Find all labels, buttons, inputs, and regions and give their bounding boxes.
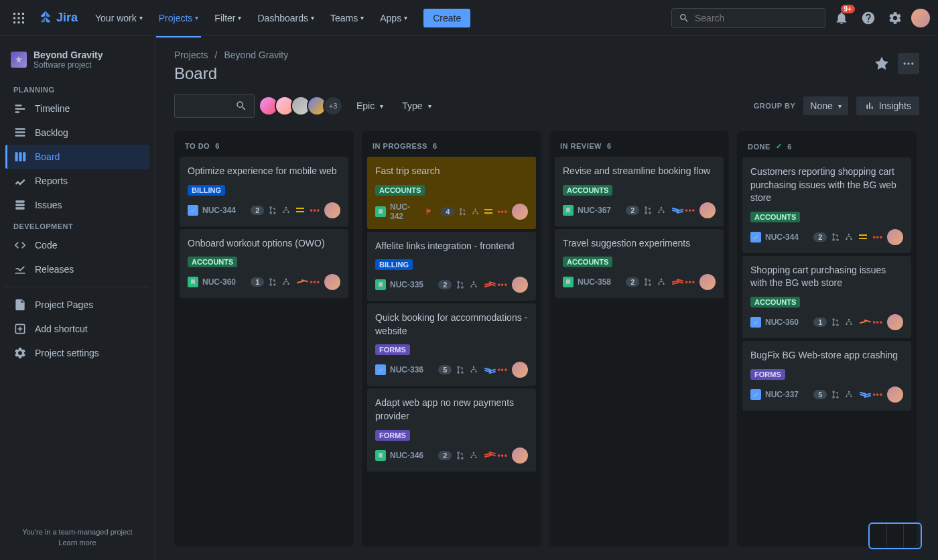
issue-card[interactable]: Optimize experience for mobile web BILLI… (180, 157, 348, 226)
priority-highest-icon (670, 278, 681, 286)
sidebar-item-code[interactable]: Code (5, 233, 149, 257)
card-footer: NUC-337 5 ••• (750, 387, 903, 403)
assignee-avatar[interactable] (512, 204, 528, 220)
board-column: IN PROGRESS6 Fast trip search ACCOUNTS N… (362, 131, 541, 547)
assignee-filter[interactable]: +3 (263, 96, 343, 116)
svg-point-28 (285, 279, 287, 280)
assignee-avatar[interactable] (887, 387, 903, 403)
issue-card[interactable]: Adapt web app no new payments provider F… (367, 389, 536, 471)
sidebar-item-project-settings[interactable]: Project settings (5, 341, 149, 365)
sidebar-item-releases[interactable]: Releases (5, 257, 149, 281)
global-search[interactable] (671, 8, 825, 28)
assignee-avatar[interactable] (324, 274, 340, 290)
svg-point-30 (288, 283, 289, 285)
svg-rect-12 (15, 128, 25, 130)
nav-teams[interactable]: Teams▾ (324, 9, 371, 27)
issue-card[interactable]: Customers reporting shopping cart purcha… (742, 157, 911, 253)
assignee-avatar[interactable] (512, 277, 528, 293)
sidebar-item-project-pages[interactable]: Project Pages (5, 293, 149, 317)
sidebar-item-reports[interactable]: Reports (5, 169, 149, 193)
sidebar-item-add-shortcut[interactable]: Add shortcut (5, 317, 149, 341)
notifications-icon[interactable]: 9+ (831, 7, 852, 29)
sidebar-item-issues[interactable]: Issues (5, 193, 149, 217)
card-title: Onboard workout options (OWO) (188, 237, 340, 251)
assignee-avatar[interactable] (512, 362, 528, 378)
chevron-down-icon: ▾ (139, 14, 143, 21)
dev-status-icon: ••• (872, 390, 883, 399)
svg-point-34 (473, 281, 474, 283)
estimate-badge: 2 (813, 232, 827, 242)
svg-point-55 (848, 391, 850, 392)
card-title: Affelite links integration - frontend (375, 240, 528, 253)
more-icon[interactable] (898, 53, 919, 74)
user-avatar[interactable] (911, 9, 930, 27)
estimate-badge: 2 (251, 206, 264, 215)
issue-card[interactable]: Travel suggestion experiments ACCOUNTS N… (555, 229, 724, 299)
type-dropdown[interactable]: Type▾ (397, 96, 436, 115)
pull-request-icon (831, 232, 840, 242)
issue-card[interactable]: Quick booking for accommodations - websi… (367, 303, 536, 386)
main-nav: Your work▾ Projects▾ Filter▾ Dashboards▾… (88, 9, 414, 27)
issue-card[interactable]: Fast trip search ACCOUNTS NUC-342 4 ••• (367, 157, 536, 229)
assignee-avatar[interactable] (887, 229, 903, 245)
logo-text: Jira (56, 11, 78, 25)
svg-point-41 (471, 456, 472, 458)
board-search[interactable] (174, 94, 255, 118)
svg-point-26 (283, 211, 285, 212)
avatar-more[interactable]: +3 (323, 96, 343, 116)
svg-rect-0 (13, 13, 15, 15)
svg-point-35 (471, 286, 472, 287)
card-footer: NUC-335 2 ••• (375, 277, 528, 293)
sidebar-item-backlog[interactable]: Backlog (5, 121, 149, 145)
nav-apps[interactable]: Apps▾ (373, 9, 414, 27)
zoom-widget[interactable] (868, 522, 922, 549)
star-icon[interactable] (871, 53, 892, 74)
column-count: 6 (433, 142, 438, 150)
learn-more-link[interactable]: Learn more (13, 539, 141, 547)
dev-status-icon: ••• (497, 280, 508, 289)
assignee-avatar[interactable] (324, 202, 340, 218)
create-button[interactable]: Create (423, 9, 470, 27)
assignee-avatar[interactable] (887, 314, 903, 330)
dev-status-icon: ••• (497, 451, 508, 460)
nav-filter[interactable]: Filter▾ (208, 9, 248, 27)
issue-card[interactable]: BugFix BG Web-store app crashing FORMS N… (742, 341, 911, 411)
issue-card[interactable]: Revise and streamline booking flow ACCOU… (555, 157, 724, 226)
insights-button[interactable]: Insights (856, 96, 919, 115)
issue-card[interactable]: Affelite links integration - frontend BI… (367, 232, 536, 301)
issue-card[interactable]: Shopping cart purchasing issues with the… (742, 256, 911, 338)
estimate-badge: 1 (813, 318, 827, 327)
card-title: Optimize experience for mobile web (188, 165, 340, 178)
card-footer: NUC-344 2 ••• (188, 202, 340, 218)
assignee-avatar[interactable] (512, 447, 528, 464)
nav-projects[interactable]: Projects▾ (152, 9, 206, 27)
priority-highest-icon (482, 451, 493, 460)
estimate-badge: 2 (626, 206, 639, 215)
subtask-icon (657, 206, 666, 215)
nav-your-work[interactable]: Your work▾ (88, 9, 149, 27)
breadcrumb-projects[interactable]: Projects (174, 50, 208, 60)
svg-point-25 (285, 206, 287, 208)
story-type-icon (563, 277, 574, 287)
groupby-select[interactable]: None▾ (803, 96, 848, 115)
sidebar-item-timeline[interactable]: Timeline (5, 96, 149, 121)
project-header[interactable]: Beyond Gravity Software project (5, 47, 149, 80)
settings-icon[interactable] (884, 7, 906, 29)
svg-point-46 (661, 279, 662, 280)
issue-card[interactable]: Onboard workout options (OWO) ACCOUNTS N… (180, 229, 348, 299)
svg-rect-8 (22, 21, 24, 23)
dev-status-icon: ••• (872, 232, 883, 242)
help-icon[interactable] (858, 7, 879, 29)
assignee-avatar[interactable] (699, 202, 716, 218)
sidebar-item-board[interactable]: Board (5, 145, 149, 169)
search-input[interactable] (695, 13, 818, 23)
jira-logo[interactable]: Jira (38, 10, 78, 26)
card-title: Travel suggestion experiments (563, 237, 716, 251)
svg-rect-2 (22, 13, 24, 15)
apps-menu-icon[interactable] (8, 7, 29, 29)
svg-point-48 (663, 283, 665, 285)
epic-dropdown[interactable]: Epic▾ (351, 96, 389, 115)
assignee-avatar[interactable] (699, 274, 716, 290)
breadcrumb-project[interactable]: Beyond Gravity (224, 50, 288, 60)
nav-dashboards[interactable]: Dashboards▾ (251, 9, 321, 27)
